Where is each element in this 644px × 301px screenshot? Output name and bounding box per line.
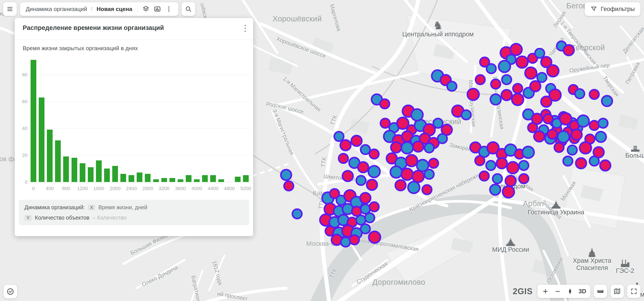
map-marker-blue[interactable] — [280, 169, 292, 181]
search-button[interactable] — [182, 2, 195, 16]
map-marker-red[interactable] — [505, 175, 517, 187]
map-marker-blue[interactable] — [577, 114, 590, 128]
history-button[interactable] — [4, 285, 17, 298]
chart-bar[interactable] — [30, 60, 36, 182]
map-marker-blue[interactable] — [522, 146, 535, 159]
map-marker-red[interactable] — [340, 139, 352, 152]
map-marker-red[interactable] — [360, 192, 372, 204]
map-marker-red[interactable] — [547, 129, 558, 140]
map-marker-blue[interactable] — [490, 94, 502, 106]
map-marker-red[interactable] — [395, 179, 407, 192]
map-marker-red[interactable] — [349, 234, 360, 245]
map-marker-blue[interactable] — [446, 81, 457, 92]
map-marker-blue[interactable] — [292, 208, 303, 219]
compass-button[interactable] — [564, 285, 576, 298]
map-marker-red[interactable] — [369, 201, 380, 212]
map-marker-red[interactable] — [579, 141, 592, 154]
map-marker-red[interactable] — [524, 66, 538, 80]
map-marker-blue[interactable] — [489, 184, 502, 196]
chart-bar[interactable] — [178, 179, 183, 182]
map-marker-blue[interactable] — [486, 63, 497, 74]
map-marker-red[interactable] — [466, 88, 480, 101]
widgets-chart-icon[interactable] — [154, 5, 161, 13]
breadcrumb-project[interactable]: Динамика организаций — [26, 6, 87, 12]
map-marker-blue[interactable] — [368, 165, 381, 178]
map-marker-red[interactable] — [533, 130, 546, 142]
map-marker-red[interactable] — [474, 155, 485, 166]
chart-bar[interactable] — [120, 174, 126, 182]
map-marker-blue[interactable] — [400, 141, 414, 154]
map-marker-blue[interactable] — [595, 131, 607, 143]
geofilters-button[interactable]: Геофильтры — [585, 2, 640, 16]
map-marker-blue[interactable] — [598, 118, 608, 129]
chart-bar[interactable] — [55, 140, 61, 182]
map-marker-red[interactable] — [366, 179, 378, 191]
map-marker-red[interactable] — [379, 98, 390, 109]
map-marker-red[interactable] — [516, 56, 529, 69]
map-marker-blue[interactable] — [485, 160, 496, 171]
map-marker-blue[interactable] — [562, 156, 573, 166]
map-marker-red[interactable] — [412, 140, 424, 153]
map-marker-red[interactable] — [511, 93, 524, 106]
map-attribution-logo[interactable]: 2GIS — [512, 287, 533, 296]
chart-bar[interactable] — [112, 166, 118, 182]
map-marker-red[interactable] — [283, 180, 294, 192]
chart-bar[interactable] — [218, 179, 224, 182]
map-marker-blue[interactable] — [356, 175, 366, 186]
chart-bar[interactable] — [145, 174, 150, 182]
chart-bar[interactable] — [128, 175, 134, 182]
chart-bar[interactable] — [96, 160, 102, 182]
map-marker-blue[interactable] — [360, 223, 371, 234]
map-marker-blue[interactable] — [424, 169, 435, 180]
map-marker-blue[interactable] — [501, 74, 512, 85]
map-marker-blue[interactable] — [589, 156, 600, 166]
map-marker-red[interactable] — [518, 173, 529, 184]
map-marker-red[interactable] — [512, 83, 523, 94]
map-marker-red[interactable] — [502, 185, 515, 198]
chart-bar[interactable] — [137, 172, 142, 182]
chart-bar[interactable] — [194, 179, 200, 182]
chart-bar[interactable] — [235, 177, 240, 182]
chart-bar[interactable] — [80, 163, 86, 182]
map-marker-red[interactable] — [490, 78, 501, 90]
map-marker-red[interactable] — [479, 170, 490, 182]
map-marker-blue[interactable] — [601, 95, 613, 107]
map-marker-red[interactable] — [571, 129, 583, 141]
map-marker-blue[interactable] — [498, 60, 511, 73]
map-marker-red[interactable] — [575, 157, 587, 170]
3d-toggle-button[interactable]: 3D — [576, 285, 588, 298]
map-marker-red[interactable] — [546, 64, 560, 78]
chart-bar[interactable] — [210, 175, 216, 182]
chart-bar[interactable] — [39, 98, 44, 182]
ruler-button[interactable] — [594, 285, 607, 298]
map-marker-blue[interactable] — [518, 160, 529, 171]
zoom-in-button[interactable]: + — [539, 285, 552, 298]
map-marker-red[interactable] — [350, 135, 363, 147]
chart-bar[interactable] — [243, 175, 249, 182]
map-marker-blue[interactable] — [410, 108, 424, 122]
map-marker-blue[interactable] — [407, 181, 420, 194]
map-marker-blue[interactable] — [557, 130, 570, 144]
map-marker-blue[interactable] — [424, 142, 435, 153]
map-marker-red[interactable] — [506, 161, 520, 174]
map-marker-red[interactable] — [475, 74, 486, 85]
map-marker-red[interactable] — [342, 170, 354, 182]
fullscreen-button[interactable] — [627, 285, 640, 298]
breadcrumb-scene[interactable]: Новая сцена — [96, 6, 132, 12]
map-marker-blue[interactable] — [574, 88, 585, 99]
map-marker-blue[interactable] — [567, 144, 578, 156]
map-style-button[interactable] — [610, 285, 624, 298]
chart-bar[interactable] — [186, 175, 192, 182]
chart-bar[interactable] — [153, 179, 159, 182]
chart-bar[interactable] — [63, 156, 69, 182]
map-marker-red[interactable] — [563, 44, 575, 56]
layers-icon[interactable] — [142, 5, 150, 13]
map-marker-blue[interactable] — [364, 212, 375, 223]
kebab-menu-icon[interactable] — [165, 5, 172, 13]
map-marker-blue[interactable] — [461, 109, 472, 120]
chart-bar[interactable] — [104, 168, 110, 182]
chart-bar[interactable] — [72, 158, 77, 182]
map-marker-red[interactable] — [428, 158, 439, 169]
map-marker-blue[interactable] — [492, 173, 503, 184]
menu-button[interactable] — [3, 2, 17, 16]
